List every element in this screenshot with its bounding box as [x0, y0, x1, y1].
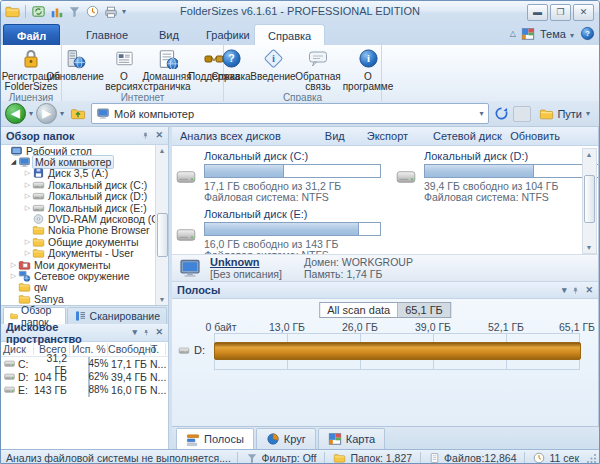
- main-toolbar: Анализ всех дисков Вид Экспорт Сетевой д…: [172, 127, 598, 146]
- drive-icon: [3, 384, 16, 395]
- tab-charts[interactable]: Графики: [193, 24, 263, 45]
- folder-icon: [18, 293, 31, 305]
- drive-icon: [32, 190, 45, 202]
- feedback-button[interactable]: Обратная связь: [295, 46, 341, 92]
- bar-row-label: D:: [177, 344, 205, 356]
- versions-button[interactable]: О версиях: [104, 46, 144, 92]
- help-button[interactable]: Справка: [211, 46, 251, 82]
- tree-item-my-documents[interactable]: ▷Мои документы: [1, 259, 168, 270]
- dropdown-icon[interactable]: ▾: [562, 286, 567, 295]
- tab-treemap[interactable]: Карта: [318, 428, 385, 449]
- address-bar: ◀ ▾ ▶ ▾ Мой компьютер ▾ Пути ▾: [1, 101, 599, 127]
- folder-browser-panel: Обзор папок ✕ Рабочий стол ◢Мой компьюте…: [1, 127, 169, 449]
- tab-file[interactable]: Файл: [3, 24, 60, 46]
- analyze-all-disks-button[interactable]: Анализ всех дисков: [180, 130, 281, 142]
- paths-button[interactable]: Пути ▾: [535, 104, 595, 124]
- pin-icon[interactable]: [571, 285, 580, 296]
- folder-icon: [18, 281, 31, 293]
- tree-item-qw[interactable]: qw: [1, 282, 168, 293]
- view-menu[interactable]: Вид: [325, 130, 345, 142]
- axis-tick: 26,0 ГБ: [342, 321, 378, 333]
- export-menu[interactable]: Экспорт: [367, 130, 408, 142]
- tree-item-drive-d[interactable]: ▷Локальный диск (D:): [1, 191, 168, 202]
- minimize-button[interactable]: ▬: [527, 4, 548, 21]
- lock-icon: [20, 48, 42, 69]
- title-bar: ▾ FolderSizes v6.1.61 - PROFESSIONAL EDI…: [1, 1, 599, 24]
- drive-icon: [177, 345, 191, 356]
- axis-tick: 39,0 ГБ: [415, 321, 451, 333]
- tree-item-shared-docs[interactable]: ▷Общие документы: [1, 236, 168, 247]
- disk-item-c[interactable]: Локальный диск (C:) 17,1 ГБ свободно из …: [176, 150, 381, 203]
- computer-memory: Память: 1,74 ГБ: [304, 268, 413, 280]
- tree-item-user-docs[interactable]: ▷Документы - User: [1, 248, 168, 259]
- tab-view[interactable]: Вид: [146, 24, 192, 45]
- bar-d-drive[interactable]: [214, 342, 581, 360]
- ribbon-tab-row: Файл Главное Вид Графики Справка △ Тема …: [1, 23, 599, 45]
- close-button[interactable]: ✕: [573, 4, 594, 21]
- homepage-button[interactable]: Домашняя страничка: [145, 46, 189, 92]
- drive-icon: [3, 371, 16, 382]
- tree-item-drive-e[interactable]: ▷Локальный диск (E:): [1, 202, 168, 213]
- table-row[interactable]: C: 31,2 ГБ 45% 17,1 ГБ N...: [1, 357, 168, 370]
- back-dropdown-icon[interactable]: ▾: [28, 109, 34, 118]
- about-circle-icon: [358, 48, 379, 69]
- maximize-button[interactable]: ❐: [550, 4, 571, 21]
- forward-dropdown-icon[interactable]: ▾: [59, 109, 65, 118]
- about-button[interactable]: О программе: [342, 46, 394, 92]
- disk-list-scrollbar[interactable]: ▲ ▼: [582, 148, 597, 254]
- tree-item-my-computer[interactable]: ◢Мой компьютер: [1, 156, 168, 167]
- scan-size: 65,1 ГБ: [398, 302, 451, 318]
- update-button[interactable]: Обновление: [47, 46, 103, 82]
- main-panel: Анализ всех дисков Вид Экспорт Сетевой д…: [172, 127, 599, 449]
- tab-help[interactable]: Справка: [254, 24, 325, 46]
- news-icon: [114, 48, 135, 69]
- tree-item-new-folder[interactable]: Новая папка: [1, 304, 168, 305]
- back-button[interactable]: ◀: [5, 103, 26, 124]
- pin-icon[interactable]: [141, 130, 150, 141]
- tab-home[interactable]: Главное: [73, 24, 141, 45]
- disk-space-title: Дисковое пространство: [6, 321, 128, 345]
- computer-item[interactable]: Unknown [Без описания] Домен: WORKGROUP …: [172, 254, 598, 282]
- tree-item-nokia[interactable]: Nokia Phone Browser: [1, 225, 168, 236]
- close-panel-icon[interactable]: ✕: [585, 286, 593, 295]
- table-row[interactable]: E: 143 ГБ 88% 16,0 ГБ N...: [1, 383, 168, 396]
- tab-bands[interactable]: Полосы: [176, 428, 254, 449]
- ribbon-group-help: Справка Введение Обратная связь О програ…: [224, 45, 382, 101]
- up-folder-icon[interactable]: [70, 106, 86, 121]
- close-panel-icon[interactable]: ✕: [155, 131, 163, 140]
- computer-name-link[interactable]: Unknown: [210, 256, 296, 268]
- server-globe-icon: [65, 48, 86, 69]
- drive-icon: [3, 358, 16, 369]
- disk-space-table-header[interactable]: Диск Всего Исп. % Свободно Т.: [1, 342, 168, 357]
- address-dropdown-icon[interactable]: ▾: [478, 109, 484, 118]
- help-icon[interactable]: [580, 26, 595, 41]
- tree-item-dvd[interactable]: DVD-RAM дисковод (G:): [1, 213, 168, 224]
- bands-title: Полосы: [177, 284, 220, 296]
- resize-grip[interactable]: [587, 453, 597, 463]
- tab-pie[interactable]: Круг: [256, 428, 316, 449]
- refresh-icon[interactable]: [494, 106, 509, 121]
- scan-label: All scan data: [319, 302, 398, 318]
- tree-item-sanya[interactable]: Sanya: [1, 293, 168, 304]
- intro-button[interactable]: Введение: [252, 46, 294, 82]
- dropdown-icon[interactable]: ▾: [133, 328, 138, 337]
- tree-item-network[interactable]: ▷Сетевое окружение: [1, 270, 168, 281]
- refresh-button[interactable]: Обновить: [510, 130, 560, 142]
- pin-icon[interactable]: [142, 327, 150, 338]
- axis-tick: 52,1 ГБ: [488, 321, 524, 333]
- minimize-ribbon-icon[interactable]: △: [510, 29, 516, 38]
- window-controls: ▬ ❐ ✕: [527, 4, 594, 21]
- tree-item-drive-a[interactable]: ▷Диск 3,5 (A:): [1, 168, 168, 179]
- disk-item-d[interactable]: Локальный диск (D:) 39,4 ГБ свободно из …: [396, 150, 598, 203]
- drive-icon: [176, 166, 196, 188]
- documents-folder-icon: [18, 259, 31, 271]
- tree-scrollbar[interactable]: ▲ ▼: [155, 145, 168, 305]
- theme-selector[interactable]: Тема ▾: [540, 28, 575, 40]
- address-input[interactable]: Мой компьютер ▾: [91, 103, 489, 124]
- close-panel-icon[interactable]: ✕: [155, 328, 163, 337]
- tree-item-drive-c[interactable]: ▷Локальный диск (C:): [1, 179, 168, 190]
- table-row[interactable]: D: 104 ГБ 62% 39,4 ГБ N...: [1, 370, 168, 383]
- forward-button[interactable]: ▶: [36, 103, 57, 124]
- disk-item-e[interactable]: Локальный диск (E:) 16,0 ГБ свободно из …: [176, 208, 381, 254]
- network-drive-menu[interactable]: Сетевой диск: [433, 130, 502, 142]
